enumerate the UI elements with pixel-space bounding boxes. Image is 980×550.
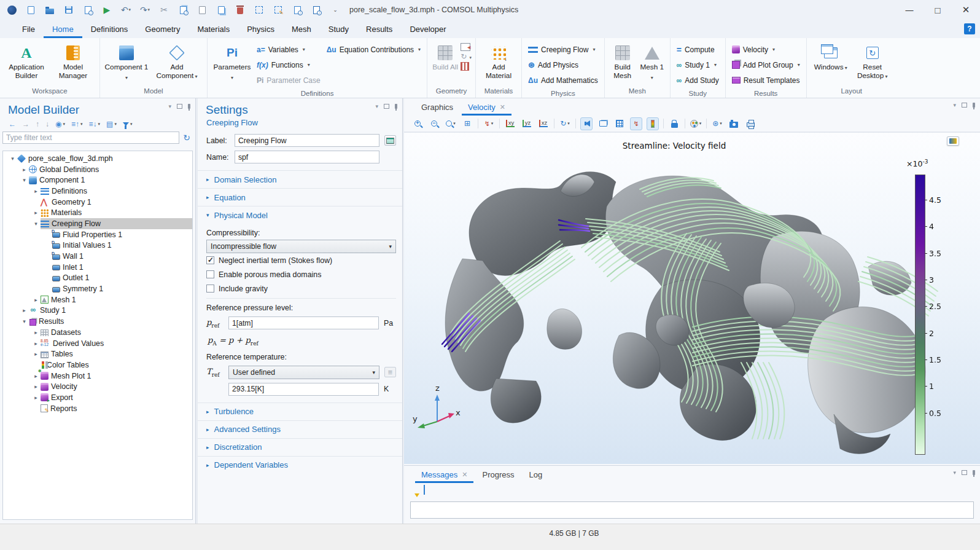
add-study-button[interactable]: ∞Add Study (674, 73, 721, 88)
section-dependent-variables[interactable]: Dependent Variables (198, 456, 402, 474)
chevron-icon[interactable] (31, 188, 41, 194)
tree-item-component-1[interactable]: Component 1 (3, 175, 192, 186)
tab-geometry[interactable]: Geometry (136, 20, 189, 38)
reset-desktop-button[interactable]: ↻ Reset Desktop (852, 41, 893, 81)
checkbox-porous-media[interactable]: Enable porous media domains (206, 267, 396, 281)
lock-camera-icon[interactable] (668, 117, 680, 130)
chevron-icon[interactable] (31, 373, 41, 379)
component-1-button[interactable]: Component 1 (104, 41, 149, 82)
maximize-button[interactable]: □ (924, 0, 952, 20)
add-component-button[interactable]: Add Component (150, 41, 203, 81)
float-panel-icon[interactable] (962, 470, 967, 475)
result-templates-button[interactable]: Result Templates (729, 73, 803, 88)
tree-item-study-1[interactable]: Study 1 (3, 305, 192, 316)
temperature-input[interactable] (228, 383, 379, 396)
panel-menu-icon[interactable]: ▾ (168, 103, 171, 109)
velocity-plot-button[interactable]: Velocity (729, 42, 803, 57)
tree-item-wall-1[interactable]: Wall 1 (3, 251, 192, 262)
add-material-button[interactable]: Add Material (480, 41, 518, 80)
rotate-view-icon[interactable]: ↻▾ (559, 117, 571, 130)
chevron-icon[interactable] (20, 177, 29, 183)
virtual-operations-icon[interactable] (461, 62, 469, 71)
chevron-icon[interactable] (31, 210, 41, 216)
checkbox-icon[interactable] (206, 270, 214, 278)
functions-button[interactable]: f(x)Functions (254, 57, 323, 73)
tree-item-outlet-1[interactable]: Outlet 1 (3, 273, 192, 284)
save-preview-icon[interactable] (82, 4, 93, 15)
parameters-button[interactable]: Pi Parameters (211, 41, 253, 82)
panel-menu-icon[interactable]: ▾ (375, 103, 378, 109)
filter-icon[interactable]: ▾ (123, 122, 133, 127)
panel-menu-icon[interactable]: ▾ (953, 102, 956, 108)
chevron-icon[interactable] (31, 351, 41, 357)
equation-contributions-button[interactable]: ΔuEquation Contributions (324, 42, 423, 57)
tree-item-datasets[interactable]: Datasets (3, 327, 192, 338)
close-button[interactable]: ✕ (952, 0, 980, 20)
section-equation[interactable]: Equation (198, 188, 402, 206)
tree-item-creeping-flow[interactable]: Creeping Flow (3, 218, 192, 229)
paste-icon[interactable] (196, 4, 208, 15)
axis-orientation-icon[interactable]: ↯ (630, 117, 642, 130)
go-to-view-icon[interactable]: ↯▾ (483, 117, 495, 130)
section-turbulence[interactable]: Turbulence (198, 403, 402, 420)
tree-item-fluid-properties-1[interactable]: Fluid Properties 1 (3, 229, 192, 240)
print-icon[interactable] (744, 117, 756, 130)
panel-menu-icon[interactable]: ▾ (953, 469, 956, 476)
tree-item-inlet-1[interactable]: Inlet 1 (3, 262, 192, 273)
mesh-1-button[interactable]: Mesh 1 (638, 41, 666, 82)
chevron-icon[interactable] (31, 329, 41, 336)
variables-button[interactable]: a=Variables (254, 42, 323, 57)
show-grid-icon[interactable] (613, 117, 626, 130)
windows-button[interactable]: Windows (811, 41, 851, 73)
add-mathematics-button[interactable]: ΔuAdd Mathematics (526, 73, 601, 88)
forward-icon[interactable]: → (22, 120, 29, 128)
color-legend-icon[interactable] (647, 117, 659, 130)
cut-icon[interactable]: ✂ (158, 4, 169, 15)
physics-interface-button[interactable]: Creeping Flow (526, 42, 601, 57)
chevron-icon[interactable] (20, 307, 29, 313)
graphics-viewport[interactable]: Streamline: Velocity field ×10-3 4.5 4 3… (404, 132, 980, 464)
model-manager-button[interactable]: Model Manager (50, 41, 96, 80)
chevron-icon[interactable] (31, 340, 41, 347)
environment-icon[interactable] (597, 117, 609, 130)
tree-item-root[interactable]: pore_scale_flow_3d.mph (3, 153, 192, 164)
tree-item-mesh-1[interactable]: Mesh 1 (3, 294, 192, 305)
open-file-icon[interactable] (44, 4, 55, 15)
tree-item-derived-values[interactable]: Derived Values (3, 338, 192, 349)
zoom-out-icon[interactable]: − (428, 117, 440, 130)
chevron-icon[interactable] (31, 383, 41, 390)
float-panel-icon[interactable] (384, 104, 389, 109)
tab-log[interactable]: Log (523, 468, 549, 483)
chevron-icon[interactable] (31, 297, 41, 303)
color-theme-icon[interactable]: ▾ (690, 117, 702, 130)
tab-developer[interactable]: Developer (401, 20, 454, 38)
tab-home[interactable]: Home (44, 20, 82, 38)
section-advanced-settings[interactable]: Advanced Settings (198, 420, 402, 438)
ref-pressure-input[interactable] (228, 316, 379, 329)
messages-output-area[interactable] (410, 501, 974, 519)
deselect-icon[interactable] (273, 4, 284, 15)
tree-item-materials[interactable]: Materials (3, 207, 192, 218)
float-panel-icon[interactable] (177, 104, 182, 109)
import-geometry-icon[interactable] (461, 43, 470, 51)
zoom-box-icon[interactable]: ▾ (445, 117, 457, 130)
chevron-icon[interactable] (31, 395, 41, 401)
delete-icon[interactable] (235, 4, 246, 15)
close-tab-icon[interactable]: ✕ (462, 471, 467, 479)
plot-settings-icon[interactable] (947, 136, 959, 146)
view-yz-icon[interactable]: yz (521, 117, 533, 130)
section-domain-selection[interactable]: Domain Selection (198, 170, 402, 188)
add-plot-group-button[interactable]: Add Plot Group (729, 57, 803, 73)
tab-materials[interactable]: Materials (189, 20, 238, 38)
checkbox-include-gravity[interactable]: Include gravity (206, 281, 396, 296)
view-xy-icon[interactable]: xy (504, 117, 516, 130)
undo-icon[interactable]: ↶▾ (120, 4, 131, 15)
pin-panel-icon[interactable] (188, 104, 190, 109)
tab-graphics[interactable]: Graphics (415, 100, 459, 116)
collapse-icon[interactable]: ≡↑▾ (71, 120, 83, 128)
message-table-icon[interactable] (424, 485, 425, 494)
tab-velocity[interactable]: Velocity✕ (462, 100, 511, 116)
rename-button[interactable] (384, 135, 396, 146)
help-button[interactable]: ? (964, 23, 975, 34)
view-xz-icon[interactable]: xz (537, 117, 550, 130)
